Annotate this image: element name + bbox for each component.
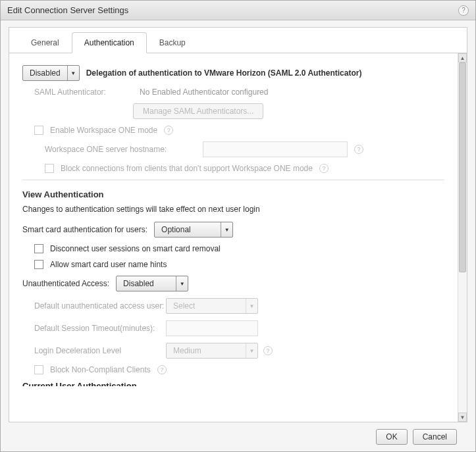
outer-content: General Authentication Backup Disabled ▼…	[1, 20, 475, 451]
dialog: Edit Connection Server Settings ? Genera…	[0, 0, 476, 452]
dropdown-value: Select	[167, 301, 246, 311]
chevron-down-icon: ▼	[246, 343, 257, 358]
default-unauth-user-row: Default unauthenticated access user: Sel…	[34, 298, 444, 314]
enable-ws1-row: Enable Workspace ONE mode ?	[34, 126, 444, 135]
manage-saml-button[interactable]: Manage SAML Authenticators...	[133, 103, 263, 119]
dialog-title: Edit Connection Server Settings	[7, 5, 128, 15]
allow-hints-checkbox[interactable]	[34, 260, 43, 269]
chevron-down-icon: ▼	[246, 299, 257, 313]
help-icon[interactable]: ?	[458, 5, 469, 16]
dropdown-value: Disabled	[117, 279, 176, 288]
footer: OK Cancel	[9, 422, 467, 445]
saml-authenticator-value: No Enabled Authenticator configured	[140, 88, 268, 97]
section-separator	[22, 180, 444, 180]
dropdown-value: Optional	[155, 225, 221, 234]
scroll-up-icon[interactable]: ▲	[458, 53, 467, 63]
unauth-access-row: Unauthenticated Access: Disabled ▼	[22, 276, 444, 291]
manage-saml-row: Manage SAML Authenticators...	[133, 103, 444, 119]
block-ws1-checkbox	[45, 164, 54, 173]
scroll-wrap: Disabled ▼ Delegation of authentication …	[9, 53, 467, 422]
block-noncompliant-row: Block Non-Compliant Clients ?	[34, 365, 444, 374]
ok-button[interactable]: OK	[376, 429, 407, 445]
session-timeout-input	[166, 320, 258, 336]
chevron-down-icon: ▼	[67, 66, 79, 80]
saml-authenticator-label: SAML Authenticator:	[34, 88, 133, 97]
cancel-button[interactable]: Cancel	[413, 429, 457, 445]
unauth-access-label: Unauthenticated Access:	[22, 279, 109, 288]
view-auth-notice: Changes to authentication settings will …	[22, 205, 444, 214]
ws1-hostname-row: Workspace ONE server hostname: ?	[45, 141, 444, 157]
saml-authenticator-row: SAML Authenticator: No Enabled Authentic…	[34, 88, 444, 97]
scrollbar[interactable]: ▲ ▼	[458, 53, 467, 422]
help-icon[interactable]: ?	[263, 346, 273, 355]
saml-heading: Delegation of authentication to VMware H…	[86, 68, 362, 78]
help-icon[interactable]: ?	[354, 145, 363, 154]
help-icon[interactable]: ?	[164, 126, 173, 135]
ws1-hostname-label: Workspace ONE server hostname:	[45, 145, 196, 154]
smartcard-row: Smart card authentication for users: Opt…	[22, 222, 444, 238]
chevron-down-icon: ▼	[221, 222, 232, 237]
session-timeout-label: Default Session Timeout(minutes):	[34, 324, 166, 333]
cutoff-section-title: Current User Authentication	[22, 381, 444, 386]
block-noncompliant-label: Block Non-Compliant Clients	[50, 365, 151, 374]
tab-general[interactable]: General	[18, 32, 72, 53]
scroll-track[interactable]	[458, 63, 467, 413]
titlebar: Edit Connection Server Settings ?	[1, 1, 475, 20]
login-decel-label: Login Deceleration Level	[34, 346, 166, 355]
disconnect-removal-checkbox[interactable]	[34, 244, 43, 253]
tab-authentication[interactable]: Authentication	[72, 32, 147, 53]
help-icon[interactable]: ?	[319, 164, 329, 173]
allow-hints-label: Allow smart card user name hints	[50, 260, 167, 269]
tab-backup[interactable]: Backup	[147, 32, 198, 53]
saml-delegation-dropdown[interactable]: Disabled ▼	[22, 65, 80, 81]
block-ws1-label: Block connections from clients that don'…	[61, 164, 313, 173]
tabs: General Authentication Backup	[9, 32, 467, 53]
view-auth-title: View Authentication	[22, 189, 444, 199]
login-decel-dropdown: Medium ▼	[166, 343, 258, 359]
dropdown-value: Disabled	[23, 68, 67, 78]
dropdown-value: Medium	[167, 346, 246, 355]
allow-hints-row: Allow smart card user name hints	[34, 260, 444, 269]
help-icon[interactable]: ?	[157, 365, 167, 374]
block-noncompliant-checkbox	[34, 365, 43, 374]
smartcard-label: Smart card authentication for users:	[22, 225, 147, 234]
scroll-down-icon[interactable]: ▼	[458, 413, 467, 422]
session-timeout-row: Default Session Timeout(minutes):	[34, 320, 444, 336]
default-unauth-user-dropdown: Select ▼	[166, 298, 258, 314]
disconnect-removal-label: Disconnect user sessions on smart card r…	[50, 244, 221, 253]
block-ws1-row: Block connections from clients that don'…	[45, 164, 444, 173]
content-panel: General Authentication Backup Disabled ▼…	[9, 27, 467, 422]
form-area: Disabled ▼ Delegation of authentication …	[9, 53, 458, 422]
enable-ws1-label: Enable Workspace ONE mode	[50, 126, 157, 135]
login-decel-row: Login Deceleration Level Medium ▼ ?	[34, 343, 444, 359]
chevron-down-icon: ▼	[176, 276, 188, 291]
default-unauth-user-label: Default unauthenticated access user:	[34, 301, 166, 311]
smartcard-dropdown[interactable]: Optional ▼	[154, 222, 233, 238]
enable-ws1-checkbox	[34, 126, 43, 135]
saml-delegation-row: Disabled ▼ Delegation of authentication …	[22, 65, 444, 81]
ws1-hostname-input	[203, 141, 348, 157]
unauth-access-dropdown[interactable]: Disabled ▼	[116, 276, 188, 291]
disconnect-removal-row: Disconnect user sessions on smart card r…	[34, 244, 444, 253]
scroll-thumb[interactable]	[459, 63, 466, 272]
